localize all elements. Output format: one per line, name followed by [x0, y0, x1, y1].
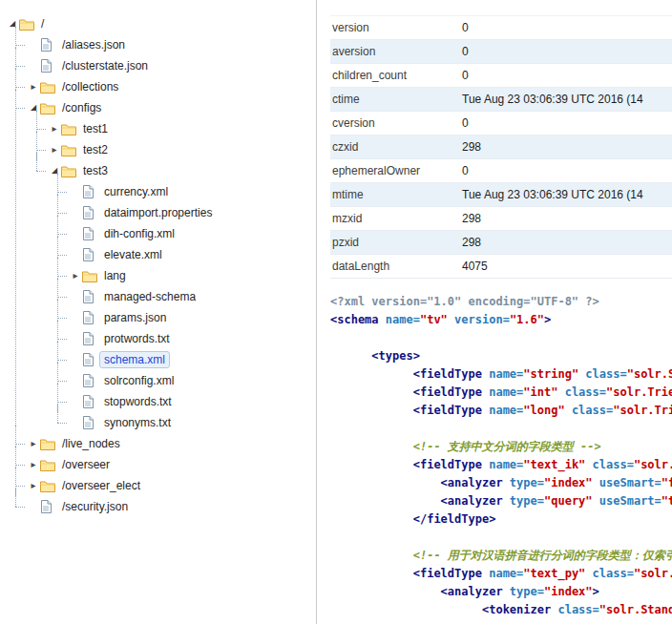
tree-row[interactable]: ▸/collections — [27, 76, 316, 97]
tree-node-label[interactable]: /live_nodes — [57, 435, 125, 452]
property-row: czxid298 — [330, 135, 672, 159]
property-row: mtimeTue Aug 23 03:06:39 UTC 2016 (14 — [330, 183, 672, 207]
properties-table-body: version0aversion0children_count0ctimeTue… — [330, 16, 672, 279]
property-row: ephemeralOwner0 — [330, 159, 672, 183]
tree-node: /clusterstate.json — [27, 55, 316, 76]
tree-node: managed-schema — [69, 286, 316, 307]
tree-row[interactable]: ▸/live_nodes — [27, 433, 316, 454]
tree-node-label[interactable]: /clusterstate.json — [57, 57, 153, 74]
property-value: 4075 — [460, 255, 672, 279]
tree-node-label[interactable]: protwords.txt — [99, 330, 175, 347]
code-line — [330, 420, 672, 438]
tree-node: ◢/configs▸test1▸test2◢test3currency.xmld… — [27, 97, 316, 433]
document-icon — [82, 248, 99, 261]
tree-row[interactable]: ▸/overseer — [27, 454, 316, 475]
property-value: Tue Aug 23 03:06:39 UTC 2016 (14 — [460, 88, 672, 112]
property-row: mzxid298 — [330, 207, 672, 231]
expand-toggle-icon[interactable]: ▸ — [48, 139, 61, 160]
expand-toggle-icon[interactable]: ▸ — [27, 454, 40, 475]
tree-row[interactable]: /clusterstate.json — [27, 55, 316, 76]
tree-node-label[interactable]: test3 — [78, 162, 113, 179]
collapse-toggle-icon[interactable]: ◢ — [27, 97, 40, 118]
tree-node-label[interactable]: schema.xml — [99, 351, 170, 368]
folder-icon — [82, 270, 99, 282]
tree-row[interactable]: schema.xml — [69, 349, 316, 370]
tree-node-label[interactable]: dataimport.properties — [99, 204, 217, 221]
property-key: czxid — [330, 135, 460, 159]
property-value: 0 — [460, 64, 672, 88]
tree-node-label[interactable]: /collections — [57, 78, 123, 95]
expand-toggle-icon[interactable]: ▸ — [27, 433, 40, 454]
code-line: <analyzer type="index"> — [330, 583, 672, 601]
property-row: children_count0 — [330, 64, 672, 88]
tree-panel: ◢//aliases.json/clusterstate.json▸/colle… — [0, 0, 317, 624]
tree-node-label[interactable]: synonyms.txt — [99, 414, 176, 431]
tree-node: synonyms.txt — [69, 412, 316, 433]
tree-node-label[interactable]: managed-schema — [99, 288, 200, 305]
detail-panel: version0aversion0children_count0ctimeTue… — [318, 0, 672, 624]
tree-row[interactable]: elevate.xml — [69, 244, 316, 265]
tree-node-label[interactable]: params.json — [99, 309, 171, 326]
tree-row[interactable]: ◢test3 — [48, 160, 316, 181]
tree-node-label[interactable]: /aliases.json — [57, 36, 130, 53]
tree-node-label[interactable]: /security.json — [57, 498, 133, 515]
tree-node-label[interactable]: currency.xml — [99, 183, 173, 200]
tree-row[interactable]: /aliases.json — [27, 34, 316, 55]
expand-toggle-icon[interactable]: ▸ — [27, 475, 40, 496]
tree-row[interactable]: /security.json — [27, 496, 316, 517]
code-line: <?xml version="1.0" encoding="UTF-8" ?> — [330, 293, 672, 311]
properties-table: version0aversion0children_count0ctimeTue… — [330, 15, 672, 279]
tree-node: ◢//aliases.json/clusterstate.json▸/colle… — [6, 13, 316, 517]
tree-row[interactable]: ◢/configs — [27, 97, 316, 118]
property-value: 298 — [460, 207, 672, 231]
tree-row[interactable]: params.json — [69, 307, 316, 328]
property-key: cversion — [330, 112, 460, 135]
document-icon — [82, 185, 99, 198]
tree-row[interactable]: solrconfig.xml — [69, 370, 316, 391]
tree-node-label[interactable]: /configs — [57, 99, 106, 116]
tree-row[interactable]: dih-config.xml — [69, 223, 316, 244]
property-value: 0 — [460, 16, 672, 40]
code-line: <tokenizer class="solr.Stand" — [330, 601, 672, 619]
tree-row[interactable]: stopwords.txt — [69, 391, 316, 412]
tree-node: stopwords.txt — [69, 391, 316, 412]
tree-row[interactable]: dataimport.properties — [69, 202, 316, 223]
code-line: <analyzer type="query" useSmart="true" — [330, 492, 672, 510]
folder-icon — [40, 81, 57, 94]
folder-icon — [40, 438, 57, 450]
tree-node-label[interactable]: solrconfig.xml — [99, 372, 178, 389]
tree-node: ▸/collections — [27, 76, 316, 97]
collapse-toggle-icon[interactable]: ◢ — [48, 160, 61, 181]
expand-toggle-icon[interactable]: ▸ — [48, 118, 61, 139]
tree-row[interactable]: synonyms.txt — [69, 412, 316, 433]
tree-row[interactable]: ▸lang — [69, 265, 316, 286]
tree-row[interactable]: ◢/ — [6, 13, 316, 34]
tree-node-label[interactable]: lang — [99, 267, 131, 284]
document-icon — [82, 311, 99, 324]
tree-row[interactable]: ▸/overseer_elect — [27, 475, 316, 496]
tree-node-label[interactable]: test2 — [78, 141, 113, 158]
tree-node-label[interactable]: /overseer_elect — [57, 477, 145, 494]
property-key: version — [330, 16, 460, 40]
tree-row[interactable]: currency.xml — [69, 181, 316, 202]
property-key: pzxid — [330, 231, 460, 255]
tree-node-label[interactable]: test1 — [78, 120, 113, 137]
tree-node: params.json — [69, 307, 316, 328]
tree-node-label[interactable]: dih-config.xml — [99, 225, 179, 242]
expand-toggle-icon[interactable]: ▸ — [27, 76, 40, 97]
tree-row[interactable]: ▸test2 — [48, 139, 316, 160]
tree-row[interactable]: protwords.txt — [69, 328, 316, 349]
property-row: aversion0 — [330, 40, 672, 64]
code-line: <fieldType name="int" class="solr.TrieIn… — [330, 384, 672, 402]
tree-node: ▸/overseer — [27, 454, 316, 475]
tree-node-label[interactable]: / — [36, 15, 49, 32]
expand-toggle-icon[interactable]: ▸ — [69, 265, 82, 286]
collapse-toggle-icon[interactable]: ◢ — [6, 13, 19, 34]
tree-row[interactable]: managed-schema — [69, 286, 316, 307]
tree-node-label[interactable]: stopwords.txt — [99, 393, 177, 410]
document-icon — [82, 227, 99, 240]
property-key: aversion — [330, 40, 460, 64]
tree-row[interactable]: ▸test1 — [48, 118, 316, 139]
tree-node-label[interactable]: elevate.xml — [99, 246, 167, 263]
tree-node-label[interactable]: /overseer — [57, 456, 115, 473]
